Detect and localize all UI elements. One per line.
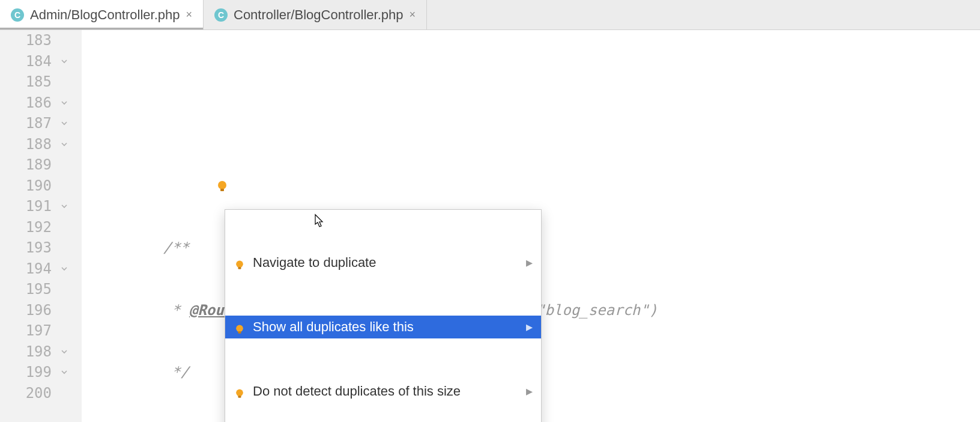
tab-label: Controller/BlogController.php (234, 7, 404, 23)
fold-marker-icon[interactable] (60, 368, 68, 376)
popup-item-dont-detect[interactable]: Do not detect duplicates of this size ▸ (225, 380, 541, 403)
svg-point-4 (236, 325, 243, 332)
editor-tab-1[interactable]: C Controller/BlogController.php × (204, 0, 427, 29)
line-number: 185 (0, 72, 52, 93)
svg-rect-3 (238, 267, 241, 269)
line-number: 192 (0, 217, 52, 238)
line-number: 187 (0, 113, 52, 134)
fold-marker-icon[interactable] (60, 57, 68, 66)
fold-marker-icon[interactable] (60, 265, 68, 273)
line-number: 200 (0, 383, 52, 404)
editor-tabbar: C Admin/BlogController.php × C Controlle… (0, 0, 980, 30)
line-number: 186 (0, 93, 52, 114)
tab-label: Admin/BlogController.php (30, 7, 180, 23)
line-number: 189 (0, 154, 52, 176)
svg-rect-5 (238, 331, 241, 333)
line-number: 198 (0, 341, 52, 362)
line-number: 188 (0, 134, 52, 155)
svg-rect-7 (238, 396, 241, 397)
line-number: 193 (0, 237, 52, 258)
editor-tab-0[interactable]: C Admin/BlogController.php × (0, 0, 204, 29)
line-number: 194 (0, 258, 52, 280)
svg-rect-1 (220, 189, 224, 191)
intention-action-popup: Navigate to duplicate ▸ Show all duplica… (225, 209, 542, 422)
fold-marker-icon[interactable] (60, 99, 68, 107)
fold-marker-icon[interactable] (60, 347, 68, 356)
code-area[interactable]: /** * @Route("/search", methods={"GET"},… (82, 30, 980, 422)
gutter-line-numbers: 1831841851861871881891901911921931941951… (0, 30, 60, 422)
line-number: 190 (0, 176, 52, 197)
submenu-arrow-icon: ▸ (526, 252, 533, 274)
popup-item-label: Do not detect duplicates of this size (253, 381, 461, 402)
file-type-icon: C (214, 8, 228, 22)
submenu-arrow-icon: ▸ (526, 317, 533, 338)
line-number: 197 (0, 320, 52, 341)
bulb-icon (234, 257, 246, 269)
fold-marker-icon[interactable] (60, 202, 68, 210)
popup-item-label: Navigate to duplicate (253, 252, 376, 274)
svg-point-0 (218, 181, 226, 189)
gutter-fold-marks (60, 30, 82, 422)
line-number: 199 (0, 362, 52, 383)
svg-point-2 (236, 261, 243, 268)
intention-bulb-icon[interactable] (163, 157, 177, 172)
file-type-icon: C (11, 8, 24, 22)
popup-item-label: Show all duplicates like this (253, 317, 414, 338)
bulb-icon (234, 385, 246, 397)
fold-marker-icon[interactable] (60, 119, 68, 127)
fold-marker-icon[interactable] (60, 140, 68, 148)
line-number: 183 (0, 30, 52, 51)
bulb-icon (234, 321, 246, 333)
close-icon[interactable]: × (186, 8, 192, 21)
line-number: 195 (0, 279, 52, 300)
svg-point-6 (236, 390, 243, 397)
code-editor[interactable]: 1831841851861871881891901911921931941951… (0, 30, 980, 422)
popup-item-navigate-duplicate[interactable]: Navigate to duplicate ▸ (225, 251, 541, 274)
popup-item-show-duplicates[interactable]: Show all duplicates like this ▸ (225, 316, 541, 338)
submenu-arrow-icon: ▸ (526, 381, 533, 402)
line-number: 191 (0, 196, 52, 217)
line-number: 196 (0, 300, 52, 321)
line-number: 184 (0, 51, 52, 72)
close-icon[interactable]: × (410, 8, 416, 21)
